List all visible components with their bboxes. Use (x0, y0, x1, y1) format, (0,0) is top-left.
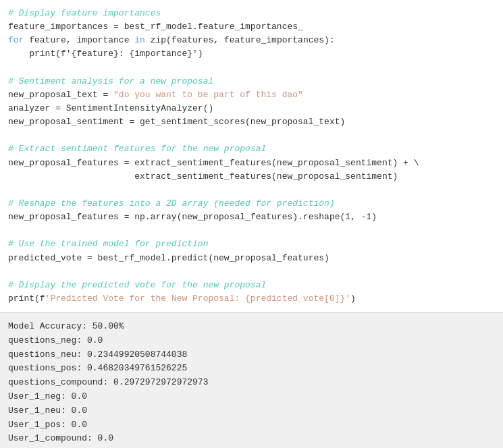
code-line-9: # Extract sentiment features for the new… (8, 142, 495, 156)
code-line-12: # Reshape the features into a 2D array (… (8, 197, 495, 211)
output-line-7: User_1_neu: 0.0 (8, 404, 495, 418)
code-line-3: for feature, importance in zip(features,… (8, 34, 495, 47)
code-line-blank4 (8, 224, 495, 237)
code-line-14: # Use the trained model for prediction (8, 237, 495, 251)
output-line-5: questions_compound: 0.2972972972972973 (8, 376, 495, 390)
code-line-16: # Display the predicted vote for the new… (8, 279, 495, 292)
code-line-15: predicted_vote = best_rf_model.predict(n… (8, 252, 495, 265)
code-line-7: analyzer = SentimentIntensityAnalyzer() (8, 102, 495, 115)
code-line-blank2 (8, 129, 495, 142)
code-line-11: extract_sentiment_features(new_proposal_… (8, 170, 495, 184)
output-line-1: Model Accuracy: 50.00% (8, 320, 495, 334)
code-editor: # Display feature importances feature_im… (0, 0, 503, 313)
output-line-8: User_1_pos: 0.0 (8, 418, 495, 432)
code-line-1: # Display feature importances (8, 7, 495, 20)
code-line-blank3 (8, 184, 495, 197)
code-line-5: # Sentiment analysis for a new proposal (8, 75, 495, 88)
code-line-2: feature_importances = best_rf_model.feat… (8, 20, 495, 34)
output-line-4: questions_pos: 0.46820349761526225 (8, 362, 495, 376)
output-section: Model Accuracy: 50.00% questions_neg: 0.… (0, 313, 503, 448)
output-line-9: User_1_compound: 0.0 (8, 432, 495, 446)
code-line-4: print(f'{feature}: {importance}') (8, 47, 495, 61)
output-line-3: questions_neu: 0.23449920508744038 (8, 348, 495, 362)
code-line-blank1 (8, 61, 495, 75)
code-line-6: new_proposal_text = "do you want to be p… (8, 88, 495, 102)
code-line-blank5 (8, 265, 495, 279)
code-line-8: new_proposal_sentiment = get_sentiment_s… (8, 115, 495, 129)
code-line-13: new_proposal_features = np.array(new_pro… (8, 211, 495, 224)
output-line-2: questions_neg: 0.0 (8, 334, 495, 348)
output-line-6: User_1_neg: 0.0 (8, 390, 495, 404)
code-line-17: print(f'Predicted Vote for the New Propo… (8, 292, 495, 306)
code-line-10: new_proposal_features = extract_sentimen… (8, 157, 495, 170)
